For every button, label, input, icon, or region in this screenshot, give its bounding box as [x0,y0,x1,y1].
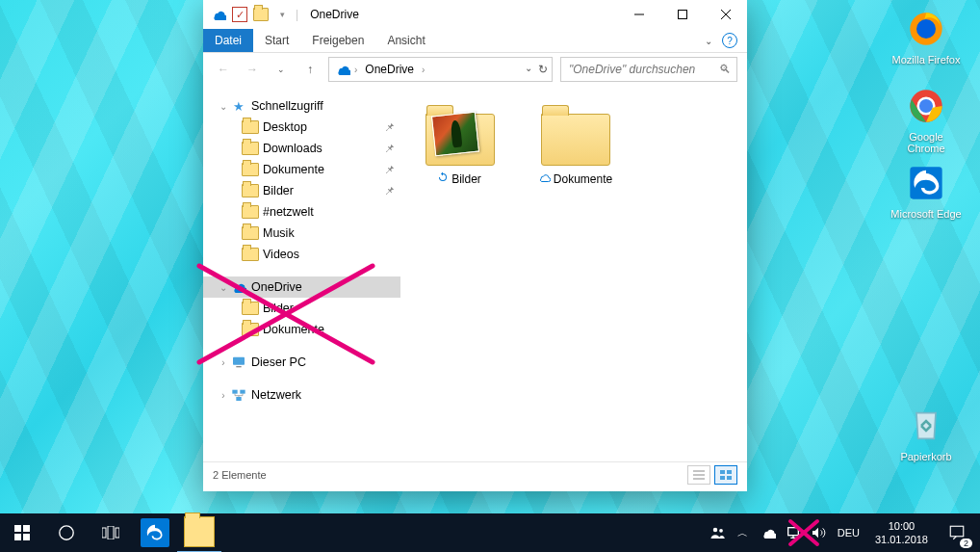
cortana-button[interactable] [44,513,89,552]
task-view-button[interactable] [89,513,133,552]
svg-rect-13 [240,390,245,394]
pin-icon: 📌︎ [384,121,395,133]
maximize-button[interactable] [660,0,704,29]
tree-label: Bilder [263,184,294,197]
tree-onedrive[interactable]: ⌄ OneDrive [203,276,400,298]
item-label: Dokumente [554,172,612,186]
refresh-icon[interactable]: ↻ [538,63,548,76]
tree-item-downloads[interactable]: Downloads📌︎ [203,138,400,159]
folder-icon [242,321,259,338]
tree-label: Bilder [263,302,294,315]
desktop-icon-papierkorb[interactable]: Papierkorb [890,405,963,462]
taskbar[interactable]: ︿ DEU 10:0031.01.2018 2 [0,513,980,552]
start-button[interactable] [0,513,44,552]
breadcrumb-seg-1[interactable]: OneDrive› [363,63,426,76]
folder-icon [242,246,259,263]
cloud-icon [537,171,551,186]
title-bar[interactable]: ✓ ▾ | OneDrive [203,0,747,29]
pin-icon: 📌︎ [384,143,395,154]
tray-clock[interactable]: 10:0031.01.2018 [867,519,936,547]
ribbon-expand-icon[interactable]: ⌄ [705,36,712,46]
svg-rect-19 [727,470,732,474]
svg-rect-25 [23,525,30,532]
tree-item-dokumente[interactable]: Dokumente📌︎ [203,159,400,180]
svg-rect-18 [720,470,725,474]
desktop-icon-google-chrome[interactable]: Google Chrome [890,85,963,154]
taskbar-file-explorer-button[interactable] [177,513,221,552]
tree-item-onedrive-bilder[interactable]: Bilder [203,298,400,319]
tree-this-pc[interactable]: › Dieser PC [203,352,400,373]
tray-volume-icon[interactable] [807,513,830,552]
view-icons-button[interactable] [714,465,737,485]
view-details-button[interactable] [687,465,710,485]
svg-rect-7 [678,11,686,19]
tray-people-icon[interactable] [707,513,730,552]
folder-icon [541,114,610,166]
svg-rect-31 [116,528,119,538]
address-bar[interactable]: › OneDrive› ⌄ ↻ [328,57,553,82]
svg-rect-37 [950,526,964,537]
tray-network-icon[interactable] [782,513,805,552]
tab-view[interactable]: Ansicht [375,29,436,52]
tree-item-desktop[interactable]: Desktop📌︎ [203,117,400,138]
qat-dropdown-icon[interactable]: ▾ [274,7,290,22]
search-icon[interactable]: 🔍︎ [719,63,731,76]
tree-label: #netzwelt [263,205,314,219]
content-pane[interactable]: BilderDokumente [400,86,747,461]
tree-network[interactable]: › Netzwerk [203,384,400,406]
status-bar: 2 Elemente [203,461,747,487]
svg-rect-11 [236,366,241,367]
nav-forward-button[interactable]: → [242,59,263,80]
checkbox-qat-icon[interactable]: ✓ [232,7,247,22]
nav-up-button[interactable]: ↑ [299,59,321,80]
tab-file[interactable]: Datei [203,29,253,52]
star-icon: ★ [230,97,247,115]
desktop-icon-mozilla-firefox[interactable]: Mozilla Firefox [890,8,963,66]
folder-icon [242,203,259,221]
tab-share[interactable]: Freigeben [300,29,375,52]
breadcrumb-root[interactable]: › [333,62,359,77]
taskbar-edge-button[interactable] [133,513,177,552]
desktop[interactable]: Mozilla FirefoxGoogle ChromeMicrosoft Ed… [0,0,980,552]
close-button[interactable] [704,0,747,29]
tree-item-videos[interactable]: Videos [203,244,400,265]
tab-start[interactable]: Start [253,29,300,52]
tree-item-onedrive-dokumente[interactable]: Dokumente [203,319,400,340]
tree-quick-access[interactable]: ⌄ ★ Schnellzugriff [203,95,400,117]
nav-back-button[interactable]: ← [213,59,234,80]
address-row: ← → ⌄ ↑ › OneDrive› ⌄ ↻ 🔍︎ [203,53,747,86]
pin-icon: 📌︎ [384,164,395,175]
chrome-icon [905,85,947,127]
pc-icon [230,354,247,371]
tray-notifications-button[interactable]: 2 [938,513,976,552]
svg-point-28 [60,526,73,539]
search-box[interactable]: 🔍︎ [560,57,737,82]
tree-item-musik[interactable]: Musik [203,223,400,244]
folder-icon [242,182,259,199]
folder-item-bilder[interactable]: Bilder [408,101,510,193]
tree-label: Dokumente [263,163,324,176]
tree-item--netzwelt[interactable]: #netzwelt [203,201,400,223]
tree-item-bilder[interactable]: Bilder📌︎ [203,180,400,201]
svg-point-32 [712,528,717,533]
tree-label: Musik [263,226,295,240]
minimize-button[interactable] [617,0,660,29]
tree-label: Videos [263,248,299,261]
svg-point-1 [916,19,936,39]
tray-language[interactable]: DEU [832,527,865,539]
navigation-pane[interactable]: ⌄ ★ Schnellzugriff Desktop📌︎Downloads📌︎D… [203,86,400,461]
tray-chevron-up-icon[interactable]: ︿ [732,513,755,552]
search-input[interactable] [567,62,719,77]
folder-icon [242,224,259,242]
desktop-icon-label: Microsoft Edge [890,208,963,220]
help-icon[interactable]: ? [722,33,737,48]
window-title: OneDrive [310,8,359,21]
address-dropdown-icon[interactable]: ⌄ [525,63,532,76]
svg-rect-30 [108,526,114,539]
desktop-icon-microsoft-edge[interactable]: Microsoft Edge [890,162,963,220]
tray-onedrive-icon[interactable] [757,513,780,552]
folder-item-dokumente[interactable]: Dokumente [524,101,626,193]
svg-rect-27 [23,534,30,540]
folder-icon [242,161,259,178]
nav-recent-dropdown[interactable]: ⌄ [271,59,292,80]
